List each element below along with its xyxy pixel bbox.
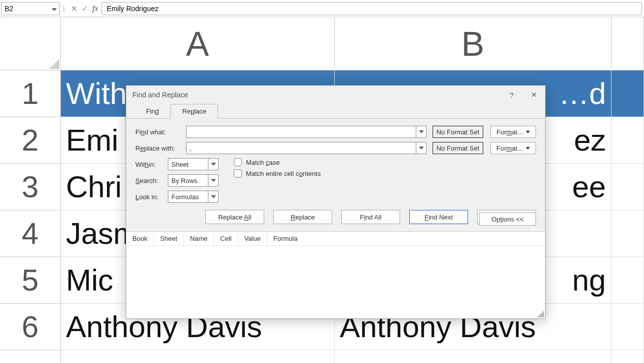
results-pane: Book Sheet Name Cell Value Formula — [126, 231, 545, 318]
formula-icons: ✕ ✓ fx — [68, 4, 101, 13]
checkbox-icon — [234, 158, 242, 166]
column-header-c[interactable] — [612, 17, 644, 70]
drag-handle-icon[interactable] — [62, 6, 66, 11]
match-entire-cell-checkbox[interactable]: Match entire cell contents — [234, 169, 320, 177]
results-col-sheet[interactable]: Sheet — [154, 232, 184, 245]
row-header-6[interactable]: 6 — [0, 304, 61, 350]
within-value: Sheet — [171, 161, 189, 168]
results-col-book[interactable]: Book — [126, 232, 154, 245]
row-header-3[interactable]: 3 — [0, 164, 61, 210]
name-box-value: B2 — [5, 5, 13, 13]
find-replace-dialog: Find and Replace ? ✕ Find Replace Find w… — [126, 85, 546, 319]
label-find-what: Find what: — [135, 128, 186, 136]
cell-b7[interactable] — [335, 350, 612, 363]
replace-with-input[interactable]: , — [186, 142, 426, 154]
chevron-down-icon[interactable] — [52, 5, 57, 13]
results-col-cell[interactable]: Cell — [214, 232, 238, 245]
match-entire-label: Match entire cell contents — [246, 170, 320, 177]
chevron-down-icon[interactable] — [416, 126, 426, 137]
replace-all-button[interactable]: Replace All — [205, 210, 264, 224]
fx-icon[interactable]: fx — [92, 4, 98, 13]
results-col-name[interactable]: Name — [184, 232, 214, 245]
match-case-label: Match case — [246, 159, 279, 166]
cell-c5[interactable] — [612, 257, 644, 304]
find-format-button[interactable]: Format... — [490, 126, 536, 138]
results-col-formula[interactable]: Formula — [267, 232, 304, 245]
search-select[interactable]: By Rows — [168, 174, 219, 187]
search-value: By Rows — [171, 177, 197, 185]
formula-value: Emily Rodriguez — [107, 5, 159, 13]
row-header-1[interactable]: 1 — [0, 70, 61, 117]
lookin-value: Formulas — [171, 193, 199, 201]
chevron-down-icon[interactable] — [416, 142, 426, 154]
replace-format-button[interactable]: Format... — [490, 142, 536, 154]
chevron-down-icon[interactable] — [208, 191, 218, 202]
cell-c3[interactable] — [612, 164, 644, 210]
checkbox-icon — [234, 169, 242, 177]
name-box[interactable]: B2 — [1, 2, 60, 15]
label-replace-with: Replace with: — [135, 144, 186, 152]
accept-icon[interactable]: ✓ — [82, 4, 88, 13]
cell-c6[interactable] — [612, 304, 644, 350]
row-header-2[interactable]: 2 — [0, 117, 61, 164]
label-search: Search: — [135, 177, 168, 185]
cell-a7[interactable] — [61, 350, 335, 363]
replace-format-preview: No Format Set — [433, 142, 483, 154]
results-header: Book Sheet Name Cell Value Formula — [126, 232, 545, 246]
help-icon[interactable]: ? — [500, 91, 523, 99]
column-header-a[interactable]: A — [61, 17, 335, 70]
chevron-down-icon[interactable] — [208, 159, 218, 170]
results-col-value[interactable]: Value — [238, 232, 267, 245]
cancel-icon[interactable]: ✕ — [71, 4, 78, 13]
dialog-titlebar[interactable]: Find and Replace ? ✕ — [126, 86, 545, 104]
find-all-button[interactable]: Find All — [341, 210, 400, 224]
formula-bar: B2 ✕ ✓ fx Emily Rodriguez — [0, 0, 644, 17]
lookin-select[interactable]: Formulas — [168, 191, 219, 203]
find-next-button[interactable]: Find Next — [409, 210, 468, 224]
dialog-panel: Find what: No Format Set Format... Repla… — [126, 118, 545, 210]
replace-button[interactable]: Replace — [273, 210, 332, 224]
dialog-tabs: Find Replace — [126, 104, 545, 119]
row-header-4[interactable]: 4 — [0, 210, 61, 257]
within-select[interactable]: Sheet — [168, 158, 219, 170]
find-format-preview: No Format Set — [433, 126, 483, 138]
resize-handle-icon[interactable] — [537, 310, 544, 317]
find-what-input[interactable] — [186, 126, 426, 138]
chevron-down-icon[interactable] — [208, 175, 218, 186]
replace-with-value: , — [190, 144, 192, 152]
dialog-title: Find and Replace — [132, 91, 500, 99]
column-header-b[interactable]: B — [335, 17, 612, 70]
row-header-7[interactable] — [0, 350, 61, 363]
formula-input[interactable]: Emily Rodriguez — [101, 2, 642, 15]
close-icon[interactable]: ✕ — [523, 90, 545, 99]
match-case-checkbox[interactable]: Match case — [234, 158, 320, 166]
tab-find[interactable]: Find — [134, 104, 170, 119]
select-all-corner[interactable] — [0, 17, 61, 70]
tab-replace[interactable]: Replace — [170, 104, 218, 119]
options-button[interactable]: Options << — [479, 212, 536, 226]
cell-c4[interactable] — [612, 210, 644, 257]
cell-c2[interactable] — [612, 117, 644, 164]
cell-c7[interactable] — [612, 350, 644, 363]
label-lookin: Look in: — [135, 193, 168, 201]
row-header-5[interactable]: 5 — [0, 257, 61, 304]
label-within: Within: — [135, 161, 168, 168]
cell-c1[interactable] — [612, 70, 644, 117]
